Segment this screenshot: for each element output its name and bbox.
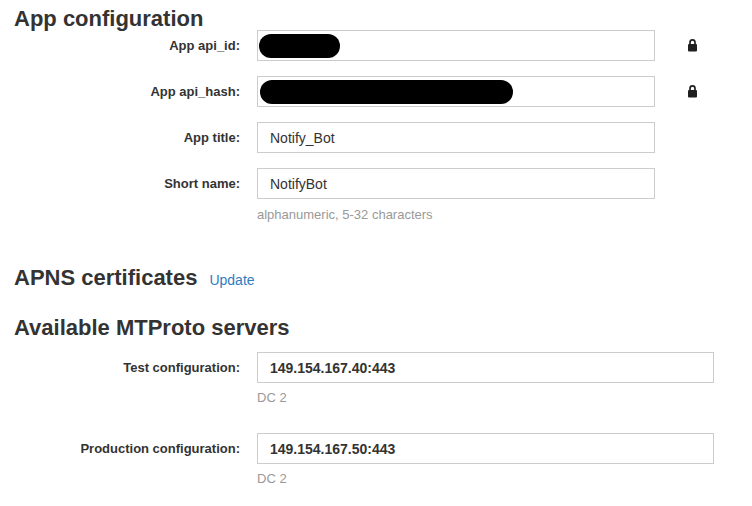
test-configuration-input-wrap xyxy=(257,352,714,383)
production-configuration-input-wrap xyxy=(257,433,714,464)
production-configuration-label: Production configuration: xyxy=(0,441,240,456)
form-row-app-title: App title: xyxy=(0,122,752,153)
app-title-label: App title: xyxy=(0,130,240,145)
app-title-input[interactable] xyxy=(257,122,655,153)
api-id-label: App api_id: xyxy=(0,38,240,53)
api-hash-label: App api_hash: xyxy=(0,84,240,99)
api-hash-input-wrap xyxy=(257,76,655,107)
api-id-input-wrap xyxy=(257,30,655,61)
short-name-input[interactable] xyxy=(257,168,655,199)
test-configuration-hint: DC 2 xyxy=(257,390,752,405)
mtproto-section-header: Available MTProto servers xyxy=(0,317,752,339)
api-hash-redaction-overlay xyxy=(260,80,513,104)
section-title-app-configuration: App configuration xyxy=(14,8,752,30)
lock-icon xyxy=(686,38,699,53)
short-name-hint: alphanumeric, 5-32 characters xyxy=(257,207,752,222)
test-configuration-input[interactable] xyxy=(257,352,714,383)
section-title-mtproto-servers: Available MTProto servers xyxy=(14,317,752,339)
form-row-api-hash: App api_hash: xyxy=(0,76,752,107)
lock-icon xyxy=(686,84,699,99)
form-row-production-configuration: Production configuration: xyxy=(0,433,752,464)
form-row-short-name: Short name: xyxy=(0,168,752,199)
production-configuration-input[interactable] xyxy=(257,433,714,464)
section-title-apns-certificates: APNS certificates xyxy=(14,267,197,289)
production-configuration-hint: DC 2 xyxy=(257,471,752,486)
api-id-redaction-overlay xyxy=(259,34,340,58)
form-row-api-id: App api_id: xyxy=(0,30,752,61)
apns-update-link[interactable]: Update xyxy=(209,272,254,288)
app-title-input-wrap xyxy=(257,122,655,153)
app-configuration-page: App configuration App api_id: App api_ha… xyxy=(0,0,752,506)
short-name-input-wrap xyxy=(257,168,655,199)
test-configuration-label: Test configuration: xyxy=(0,360,240,375)
apns-section-header: APNS certificates Update xyxy=(0,267,752,289)
form-row-test-configuration: Test configuration: xyxy=(0,352,752,383)
short-name-label: Short name: xyxy=(0,176,240,191)
